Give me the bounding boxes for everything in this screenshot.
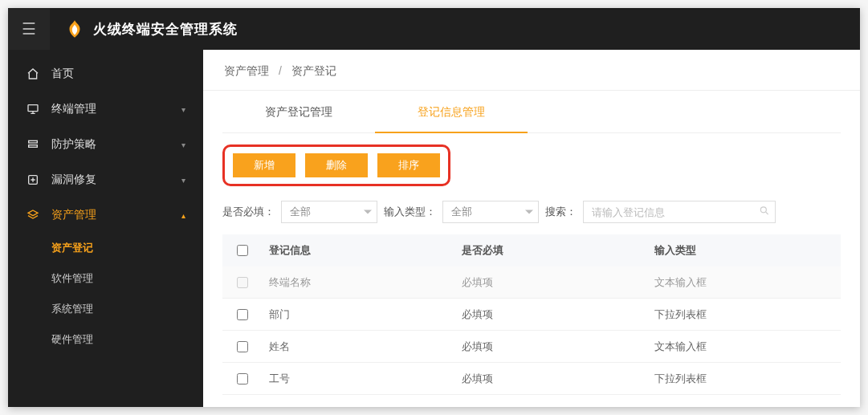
chevron-up-icon: ▴: [181, 211, 185, 220]
cell-type: 文本输入框: [648, 275, 841, 290]
tab-asset-register-manage[interactable]: 资产登记管理: [222, 91, 375, 132]
cell-required: 必填项: [455, 275, 648, 290]
svg-rect-1: [29, 140, 38, 143]
sidebar-sub-label: 硬件管理: [51, 332, 93, 347]
cell-required: 必填项: [455, 307, 648, 322]
breadcrumb: 资产管理 / 资产登记: [203, 50, 860, 91]
svg-rect-2: [29, 145, 38, 148]
app-window: ☰ 火绒终端安全管理系统 首页: [8, 8, 860, 407]
search-box: [583, 201, 776, 223]
chevron-down-icon: ▾: [181, 176, 185, 185]
tab-label: 资产登记管理: [265, 105, 332, 118]
sidebar-item-home[interactable]: 首页: [8, 56, 203, 92]
cell-type: 下拉列表框: [648, 307, 841, 322]
patch-icon: [26, 173, 40, 187]
filter-type-select[interactable]: 全部: [442, 201, 539, 223]
app-title: 火绒终端安全管理系统: [93, 20, 238, 39]
row-checkbox[interactable]: [237, 341, 248, 352]
table-row: 姓名 必填项 文本输入框: [222, 331, 841, 363]
sidebar: 首页 终端管理 ▾ 防护策略 ▾ 漏洞修复: [8, 50, 203, 407]
body: 首页 终端管理 ▾ 防护策略 ▾ 漏洞修复: [8, 50, 860, 407]
add-button[interactable]: 新增: [233, 153, 295, 177]
main: 资产管理 / 资产登记 资产登记管理 登记信息管理 新增 删除 排序: [203, 50, 860, 407]
select-value: 全部: [451, 205, 472, 219]
brand: 火绒终端安全管理系统: [50, 18, 238, 39]
delete-button[interactable]: 删除: [305, 153, 368, 177]
tab-label: 登记信息管理: [418, 105, 485, 118]
select-value: 全部: [290, 205, 311, 219]
sidebar-sub-system[interactable]: 系统管理: [8, 294, 203, 324]
chevron-down-icon: [525, 210, 533, 214]
sidebar-sub-hardware[interactable]: 硬件管理: [8, 324, 203, 355]
search-input[interactable]: [583, 201, 776, 223]
tab-register-info-manage[interactable]: 登记信息管理: [375, 91, 528, 132]
sidebar-sub-software[interactable]: 软件管理: [8, 263, 203, 294]
table: 登记信息 是否必填 输入类型 终端名称 必填项 文本输入框 部门 必填项: [222, 234, 841, 395]
sidebar-sub-label: 系统管理: [51, 302, 93, 316]
tabs: 资产登记管理 登记信息管理: [222, 91, 841, 133]
select-all-checkbox[interactable]: [237, 245, 248, 256]
table-row: 工号 必填项 下拉列表框: [222, 363, 841, 395]
row-checkbox: [237, 277, 248, 288]
sidebar-item-terminal[interactable]: 终端管理 ▾: [8, 92, 203, 127]
th-required: 是否必填: [455, 243, 648, 258]
sidebar-sub-label: 资产登记: [51, 241, 93, 255]
monitor-icon: [26, 102, 40, 116]
sidebar-item-asset[interactable]: 资产管理 ▴: [8, 197, 203, 233]
table-row: 部门 必填项 下拉列表框: [222, 299, 841, 331]
cell-info: 姓名: [263, 340, 455, 354]
cell-required: 必填项: [455, 340, 648, 354]
breadcrumb-segment: 资产登记: [291, 64, 336, 77]
sidebar-sub-label: 软件管理: [51, 271, 93, 286]
filter-type-label: 输入类型：: [384, 205, 436, 219]
th-type: 输入类型: [648, 243, 841, 258]
sidebar-item-label: 首页: [51, 67, 185, 81]
cell-info: 工号: [263, 372, 455, 386]
filter-row: 是否必填： 全部 输入类型： 全部 搜索：: [222, 201, 841, 223]
cell-type: 下拉列表框: [648, 372, 841, 386]
sidebar-item-protection[interactable]: 防护策略 ▾: [8, 127, 203, 162]
home-icon: [26, 67, 40, 81]
logo-icon: [64, 18, 85, 39]
filter-required-label: 是否必填：: [222, 205, 275, 219]
topbar: ☰ 火绒终端安全管理系统: [8, 8, 860, 50]
hamburger-icon: ☰: [22, 19, 36, 39]
chevron-down-icon: [364, 210, 372, 214]
breadcrumb-segment[interactable]: 资产管理: [224, 64, 269, 77]
sidebar-item-label: 资产管理: [51, 208, 170, 222]
layers-icon: [26, 208, 40, 222]
svg-rect-0: [28, 105, 38, 112]
cell-required: 必填项: [455, 372, 648, 386]
chevron-down-icon: ▾: [181, 105, 185, 114]
sidebar-item-label: 防护策略: [51, 137, 170, 152]
sort-button[interactable]: 排序: [377, 153, 440, 177]
row-checkbox[interactable]: [237, 309, 248, 320]
action-buttons-highlight: 新增 删除 排序: [222, 144, 450, 186]
th-info: 登记信息: [263, 243, 455, 258]
table-row: 终端名称 必填项 文本输入框: [222, 266, 841, 299]
sidebar-item-label: 终端管理: [51, 102, 170, 116]
cell-type: 文本输入框: [648, 340, 841, 354]
shield-icon: [26, 137, 40, 152]
breadcrumb-separator: /: [279, 64, 282, 77]
content: 资产登记管理 登记信息管理 新增 删除 排序 是否必填： 全部: [203, 91, 860, 407]
sidebar-sub-asset-register[interactable]: 资产登记: [8, 233, 203, 263]
table-header: 登记信息 是否必填 输入类型: [222, 234, 841, 266]
cell-info: 部门: [263, 307, 455, 322]
cell-info: 终端名称: [263, 275, 455, 290]
sidebar-item-patch[interactable]: 漏洞修复 ▾: [8, 162, 203, 197]
sidebar-item-label: 漏洞修复: [51, 173, 170, 187]
menu-toggle-button[interactable]: ☰: [8, 8, 50, 50]
filter-search-label: 搜索：: [545, 205, 577, 219]
chevron-down-icon: ▾: [181, 140, 185, 149]
filter-required-select[interactable]: 全部: [281, 201, 377, 223]
row-checkbox[interactable]: [237, 373, 248, 384]
